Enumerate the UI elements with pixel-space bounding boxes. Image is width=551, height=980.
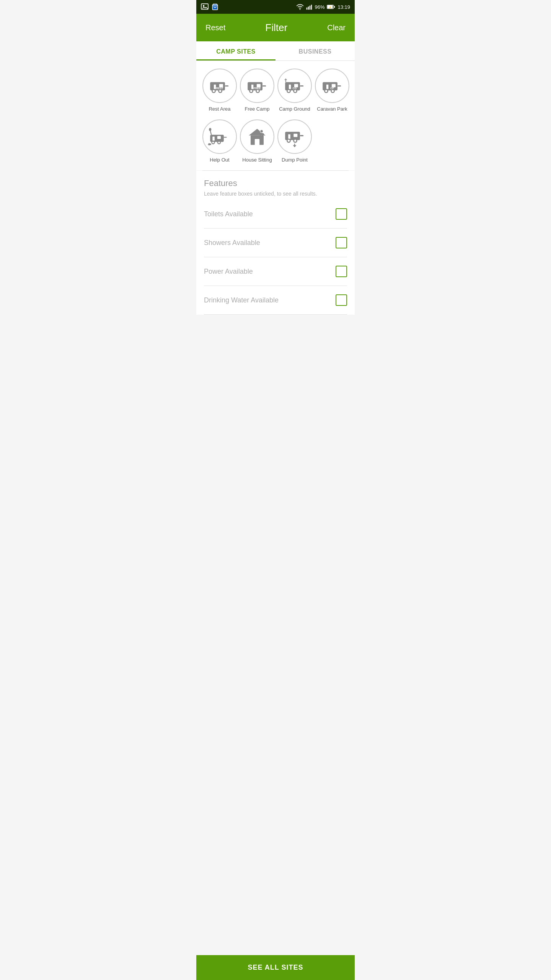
svg-rect-67 xyxy=(293,133,298,137)
rest-area-label: Rest Area xyxy=(209,106,230,112)
svg-point-34 xyxy=(288,90,290,91)
feature-row-toilets[interactable]: Toilets Available xyxy=(204,200,347,229)
tab-business[interactable]: BUSINESS xyxy=(276,41,355,60)
site-type-free-camp[interactable]: FREE Free Camp xyxy=(240,69,274,112)
status-icons: 96% ⚡ 13:19 xyxy=(296,4,350,10)
clear-button[interactable]: Clear xyxy=(327,23,346,32)
svg-point-36 xyxy=(294,90,296,91)
rest-area-icon-circle: REST xyxy=(202,69,237,103)
camp-ground-label: Camp Ground xyxy=(279,106,310,112)
time-text: 13:19 xyxy=(337,4,350,10)
svg-point-54 xyxy=(212,141,214,143)
house-sitting-icon xyxy=(245,126,269,147)
camp-ground-icon: CG xyxy=(283,75,306,96)
svg-rect-14 xyxy=(214,84,216,89)
svg-rect-51 xyxy=(217,136,221,139)
svg-rect-57 xyxy=(224,137,227,137)
svg-rect-37 xyxy=(300,85,303,86)
filter-title: Filter xyxy=(265,22,287,34)
svg-rect-48 xyxy=(337,85,341,86)
feature-checkbox-showers[interactable] xyxy=(336,237,347,248)
svg-point-63 xyxy=(260,129,263,132)
svg-point-56 xyxy=(218,141,220,143)
tab-bar: CAMP SITES BUSINESS xyxy=(196,41,355,61)
svg-rect-28 xyxy=(262,85,266,86)
svg-point-47 xyxy=(332,90,334,91)
svg-point-1 xyxy=(203,5,204,7)
reset-button[interactable]: Reset xyxy=(205,23,225,32)
svg-rect-68 xyxy=(288,134,290,139)
site-type-help-out[interactable]: Help Out xyxy=(202,119,237,163)
features-section: Features Leave feature boxes unticked, t… xyxy=(196,171,355,315)
battery-text: 96% xyxy=(315,4,324,10)
feature-row-drinking-water[interactable]: Drinking Water Available xyxy=(204,286,347,315)
status-left xyxy=(201,3,218,10)
site-types-grid-row2: Help Out House Sitting xyxy=(196,119,355,170)
feature-label-showers: Showers Available xyxy=(204,239,260,247)
features-title: Features xyxy=(204,178,347,188)
svg-rect-6 xyxy=(310,6,310,10)
dump-point-icon-circle xyxy=(277,119,312,154)
spacer xyxy=(196,315,355,345)
dump-point-icon xyxy=(283,126,306,147)
site-type-camp-ground[interactable]: CG Camp Ground xyxy=(277,69,312,112)
signal-icon xyxy=(306,4,312,10)
svg-point-18 xyxy=(219,90,221,91)
site-type-rest-area[interactable]: REST Rest Area xyxy=(202,69,237,112)
svg-text:CP: CP xyxy=(330,87,334,90)
svg-rect-73 xyxy=(300,135,303,136)
caravan-park-icon: CP xyxy=(320,75,344,96)
svg-text:REST: REST xyxy=(216,87,223,90)
svg-rect-43 xyxy=(326,84,329,89)
battery-icon: ⚡ xyxy=(327,4,335,10)
see-all-sites-button[interactable]: SEE ALL SITES xyxy=(196,955,355,980)
feature-row-power[interactable]: Power Available xyxy=(204,257,347,286)
status-bar: 96% ⚡ 13:19 xyxy=(196,0,355,14)
features-subtitle: Leave feature boxes unticked, to see all… xyxy=(204,191,347,197)
site-type-house-sitting[interactable]: House Sitting xyxy=(240,119,274,163)
svg-text:⚡: ⚡ xyxy=(329,6,332,9)
feature-checkbox-drinking-water[interactable] xyxy=(336,294,347,306)
svg-text:FREE: FREE xyxy=(254,87,261,90)
tab-camp-sites[interactable]: CAMP SITES xyxy=(196,41,276,60)
svg-rect-32 xyxy=(289,84,291,89)
svg-point-59 xyxy=(209,128,211,131)
image-icon xyxy=(201,3,209,10)
caravan-park-label: Caravan Park xyxy=(317,106,347,112)
house-sitting-icon-circle xyxy=(240,119,274,154)
site-type-dump-point[interactable]: Dump Point xyxy=(277,119,312,163)
svg-text:CG: CG xyxy=(293,87,297,90)
svg-rect-52 xyxy=(212,136,214,140)
svg-rect-19 xyxy=(225,85,228,86)
site-type-caravan-park[interactable]: CP Caravan Park xyxy=(315,69,349,112)
bag-icon xyxy=(212,3,218,10)
svg-point-70 xyxy=(288,139,290,141)
svg-point-27 xyxy=(257,90,259,91)
wifi-icon xyxy=(296,4,304,10)
feature-checkbox-power[interactable] xyxy=(336,266,347,277)
svg-rect-66 xyxy=(285,132,300,140)
svg-point-45 xyxy=(325,90,327,91)
feature-row-showers[interactable]: Showers Available xyxy=(204,229,347,257)
svg-point-72 xyxy=(294,139,296,141)
help-out-icon xyxy=(208,126,231,147)
free-camp-label: Free Camp xyxy=(245,106,269,112)
free-camp-icon: FREE xyxy=(245,75,269,96)
feature-label-power: Power Available xyxy=(204,268,253,276)
feature-checkbox-toilets[interactable] xyxy=(336,208,347,220)
svg-point-3 xyxy=(300,9,300,10)
caravan-park-icon-circle: CP xyxy=(315,69,349,103)
dump-point-label: Dump Point xyxy=(282,157,308,163)
empty-cell xyxy=(315,119,349,163)
site-types-grid: REST Rest Area FREE Free Camp xyxy=(196,61,355,119)
svg-rect-10 xyxy=(334,6,335,8)
feature-label-drinking-water: Drinking Water Available xyxy=(204,296,279,304)
svg-point-16 xyxy=(213,90,215,91)
help-out-label: Help Out xyxy=(210,157,229,163)
feature-label-toilets: Toilets Available xyxy=(204,210,253,218)
header: Reset Filter Clear xyxy=(196,14,355,41)
svg-rect-5 xyxy=(308,7,309,10)
svg-rect-23 xyxy=(251,84,254,89)
help-out-icon-circle xyxy=(202,119,237,154)
svg-point-25 xyxy=(250,90,252,91)
